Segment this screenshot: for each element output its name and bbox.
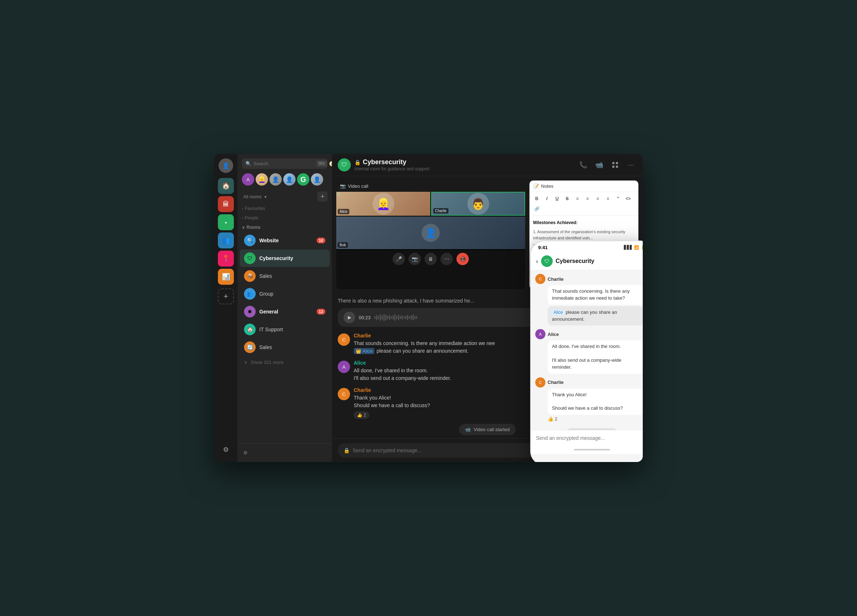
mobile-alice-sender: Alice <box>548 331 559 337</box>
strikethrough-button[interactable]: S <box>563 194 572 203</box>
list2-button[interactable]: ≡ <box>583 194 592 203</box>
phone-button[interactable]: 📞 <box>577 159 589 171</box>
mobile-header: ‹ 🛡 Cybersecurity <box>531 252 643 270</box>
video-tile-bob: 👤 Bob <box>336 217 525 249</box>
shield-icon: 🔒 <box>343 447 350 453</box>
notes-title: Notes <box>541 183 554 189</box>
group-icon: 👥 <box>244 288 256 300</box>
mobile-alice-mention: Alice <box>552 310 564 315</box>
search-box[interactable]: 🔍 ⌘K 🧭 <box>242 158 328 169</box>
video-call-text: Video call started <box>473 427 510 432</box>
website-label: Website <box>259 238 313 243</box>
battery-icon: 🔋 <box>640 245 643 250</box>
sales-label: Sales <box>259 273 325 279</box>
home-button[interactable]: 🏠 <box>218 178 234 194</box>
sidebar-item-sales2[interactable]: 🔄 Sales <box>240 339 330 356</box>
chart-button[interactable]: 📊 <box>218 269 234 285</box>
people-section[interactable]: › People <box>238 212 332 222</box>
thumbsup-reaction[interactable]: 👍 2 <box>354 412 369 419</box>
mobile-signal: ▋▋▋ 📶 🔋 <box>624 245 643 250</box>
code-button[interactable]: <> <box>624 194 633 203</box>
screen-share-button[interactable]: 🖥 <box>424 253 437 265</box>
mobile-message-input[interactable] <box>536 435 643 441</box>
icon-bar: 👤 🏠 🏛 ● 👥 📍 📊 + ⚙ <box>214 154 238 462</box>
avatar-user6[interactable]: 👤 <box>311 173 323 186</box>
avatar-user4[interactable]: 👤 <box>283 173 295 186</box>
sidebar-item-group[interactable]: 👥 Group <box>240 285 330 303</box>
play-button[interactable]: ▶ <box>343 312 355 323</box>
sidebar: 🔍 ⌘K 🧭 A 👱‍♀️ 👤 👤 G 👤 All <box>238 154 332 462</box>
all-rooms-label[interactable]: All rooms ▾ <box>242 193 266 200</box>
end-call-button[interactable]: 📵 <box>456 253 469 265</box>
list1-button[interactable]: ≡ <box>573 194 582 203</box>
charlie-avatar-2: C <box>338 388 350 400</box>
mobile-input-area: › <box>531 430 643 445</box>
add-room-button[interactable]: + <box>317 191 328 201</box>
notes-header: 📝 Notes <box>529 181 638 192</box>
more-options-button[interactable]: ⋯ <box>441 253 453 265</box>
svg-rect-1 <box>616 162 618 164</box>
avatar-user2[interactable]: 👱‍♀️ <box>256 173 268 186</box>
camera-toggle-button[interactable]: 📷 <box>408 253 421 265</box>
general-label: General <box>259 309 313 314</box>
mobile-charlie-sender: Charlie <box>548 276 563 282</box>
sidebar-item-sales[interactable]: 📦 Sales <box>240 267 330 285</box>
mobile-reactions: 👍 2 <box>548 416 643 422</box>
sidebar-item-itsupport[interactable]: 🏠 IT Support <box>240 321 330 338</box>
sidebar-list: › Favourites › People ∨ Rooms 🔍 Website … <box>238 203 332 443</box>
avatar-user5[interactable]: G <box>297 173 309 186</box>
search-input[interactable] <box>254 161 314 166</box>
video-panel-title: Video call <box>348 183 368 189</box>
settings-icon-button[interactable]: ⚙ <box>218 442 234 458</box>
grid-button[interactable] <box>609 159 621 171</box>
home-indicator <box>574 449 610 450</box>
link-button[interactable]: 🔗 <box>532 204 541 213</box>
bob-label: Bob <box>338 242 348 248</box>
mobile-message-charlie2: C Charlie Thank you Alice! Should we hav… <box>535 378 643 422</box>
mobile-system-message: 📹 video call started <box>566 428 617 430</box>
room-title-row: 🔒 Cybersecurity <box>354 158 574 166</box>
settings-button[interactable]: ⚙ <box>242 448 328 458</box>
wifi-icon: 📶 <box>634 245 639 250</box>
audio-time: 00:23 <box>359 315 371 320</box>
underline-button[interactable]: U <box>553 194 562 203</box>
rooms-section[interactable]: ∨ Rooms <box>238 222 332 231</box>
dot-button[interactable]: ● <box>218 214 234 230</box>
location-button[interactable]: 📍 <box>218 251 234 266</box>
sidebar-item-cybersecurity[interactable]: 🛡 Cybersecurity <box>240 249 330 267</box>
add-workspace-button[interactable]: + <box>218 288 234 304</box>
general-icon: ✱ <box>244 306 256 317</box>
svg-rect-0 <box>612 162 614 164</box>
mobile-charlie-avatar: C <box>535 274 545 284</box>
alice-label: Alice <box>338 209 349 214</box>
avatar-user3[interactable]: 👤 <box>269 173 282 186</box>
mobile-message-alice1: A Alice All done, I've shared in the roo… <box>535 329 643 373</box>
avatar-user1[interactable]: A <box>242 173 254 186</box>
list3-button[interactable]: ≡ <box>593 194 602 203</box>
sidebar-item-website[interactable]: 🔍 Website 10 <box>240 232 330 249</box>
shield-icon: 🔒 <box>354 159 360 165</box>
charlie-label: Charlie <box>433 208 449 214</box>
bold-button[interactable]: B <box>532 194 541 203</box>
favourites-section[interactable]: › Favourites <box>238 203 332 212</box>
people-button[interactable]: 👥 <box>218 232 234 248</box>
video-button[interactable]: 📹 <box>593 159 605 171</box>
mic-button[interactable]: 🎤 <box>393 253 405 265</box>
room-title: Cybersecurity <box>363 158 406 166</box>
bank-button[interactable]: 🏛 <box>218 196 234 212</box>
sidebar-item-general[interactable]: ✱ General 12 <box>240 303 330 320</box>
list4-button[interactable]: ≡ <box>603 194 612 203</box>
user-avatar[interactable]: 👤 <box>219 158 233 173</box>
sidebar-bottom: ⚙ <box>238 443 332 462</box>
gear-icon: ⚙ <box>243 450 248 455</box>
quote-button[interactable]: " <box>614 194 622 203</box>
show-more-button[interactable]: ∨ Show 101 more <box>240 357 330 368</box>
video-call-started-pill: 📹 Video call started <box>459 424 516 435</box>
mobile-msg-header-charlie1: C Charlie <box>535 274 643 284</box>
general-badge: 12 <box>317 309 325 314</box>
sidebar-search-area: 🔍 ⌘K 🧭 <box>238 154 332 172</box>
italic-button[interactable]: I <box>543 194 551 203</box>
more-button[interactable]: ⋯ <box>625 159 637 171</box>
sales-icon: 📦 <box>244 270 256 282</box>
back-button[interactable]: ‹ <box>536 257 538 265</box>
